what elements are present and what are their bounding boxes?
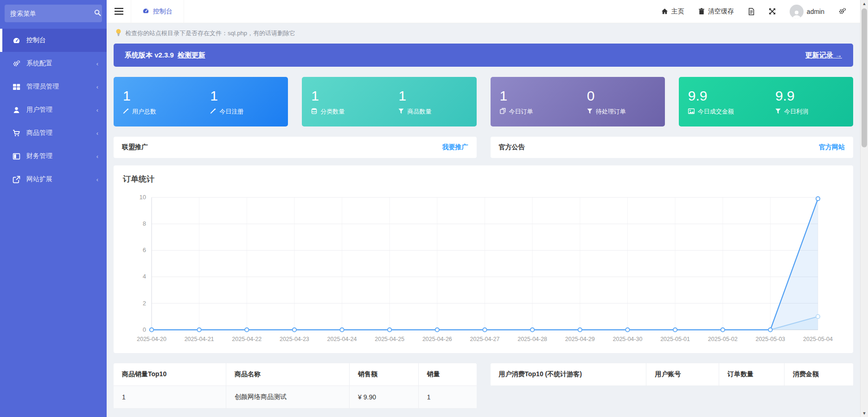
navbar-actions: 主页 清空缓存 — [656, 0, 860, 23]
sidebar-item-label: 用户管理 — [26, 106, 96, 114]
hamburger-menu-icon[interactable] — [107, 0, 131, 23]
sidebar-item-system-config[interactable]: 系统配置 ‹ — [0, 52, 107, 75]
svg-text:2025-05-02: 2025-05-02 — [708, 336, 738, 342]
sidebar-menu: 控制台 系统配置 ‹ 管理员管理 ‹ 用户管理 — [0, 29, 107, 191]
scrollbar-thumb[interactable] — [862, 8, 867, 147]
column-header: 商品名称 — [226, 363, 350, 386]
tab-label: 控制台 — [153, 7, 172, 16]
svg-text:2025-04-26: 2025-04-26 — [422, 336, 452, 342]
stat-label-text: 今日注册 — [219, 107, 243, 116]
stat-value: 9.9 — [688, 88, 766, 103]
main-area: 控制台 主页 清空缓存 — [107, 0, 860, 417]
sidebar-item-dashboard[interactable]: 控制台 — [0, 29, 107, 52]
svg-text:2025-04-29: 2025-04-29 — [565, 336, 595, 342]
stat-label-text: 今日利润 — [784, 107, 808, 116]
vertical-scrollbar[interactable]: ▲ ▼ — [860, 0, 868, 417]
order-stats-card: 订单统计 02468102025-04-202025-04-212025-04-… — [114, 165, 853, 353]
stat-cards-row: 1 用户总数 1 今日注册 1 分类数量 1 商品数量 — [114, 77, 853, 126]
table-row: 1创颜网络商品测试¥ 9.901 — [114, 385, 477, 408]
promote-link[interactable]: 我要推广 — [442, 143, 468, 152]
tables-row: 商品销量Top10 商品名称 销售额 销量 1创颜网络商品测试¥ 9.901 — [114, 363, 853, 409]
panels-row: 联盟推广 我要推广 官方公告 官方网站 — [114, 137, 853, 158]
username-label: admin — [807, 8, 824, 15]
cart-icon — [13, 129, 20, 137]
svg-text:2025-04-25: 2025-04-25 — [375, 336, 404, 342]
notice-bar: 检查你的站点根目录下是否存在文件：sql.php，有的话请删除它 — [114, 23, 853, 44]
chevron-left-icon: ‹ — [96, 107, 98, 114]
svg-text:4: 4 — [143, 273, 146, 280]
dashboard-icon — [142, 7, 149, 16]
official-site-link[interactable]: 官方网站 — [819, 143, 845, 152]
user-menu[interactable]: admin — [784, 0, 830, 23]
chevron-left-icon: ‹ — [96, 83, 98, 90]
sidebar-item-site-extensions[interactable]: 网站扩展 ‹ — [0, 168, 107, 191]
column-header: 消费金额 — [784, 363, 853, 386]
scroll-up-arrow[interactable]: ▲ — [861, 0, 868, 7]
affiliate-panel: 联盟推广 我要推广 — [114, 137, 477, 158]
table-cell: 1 — [114, 385, 226, 408]
svg-text:6: 6 — [143, 246, 146, 253]
sidebar-item-label: 财务管理 — [26, 152, 96, 160]
sidebar-item-label: 控制台 — [26, 36, 98, 44]
column-header: 用户账号 — [646, 363, 719, 386]
stat-label-text: 商品数量 — [407, 107, 431, 116]
svg-text:2025-04-21: 2025-04-21 — [185, 336, 214, 342]
panel-title: 官方公告 — [499, 143, 525, 152]
lightbulb-icon — [115, 29, 121, 38]
top-navbar: 控制台 主页 清空缓存 — [107, 0, 860, 23]
scroll-down-arrow[interactable]: ▼ — [861, 410, 868, 417]
sidebar-item-label: 网站扩展 — [26, 175, 96, 183]
search-icon[interactable] — [94, 9, 101, 18]
fullscreen-button[interactable] — [763, 0, 781, 23]
chevron-left-icon: ‹ — [96, 153, 98, 160]
stat-label-text: 用户总数 — [132, 107, 156, 116]
tab-dashboard[interactable]: 控制台 — [131, 0, 184, 23]
product-sales-table: 商品销量Top10 商品名称 销售额 销量 1创颜网络商品测试¥ 9.901 — [114, 363, 477, 409]
stat-value: 1 — [398, 88, 476, 103]
table-cell: ¥ 9.90 — [350, 385, 419, 408]
sidebar-item-product-management[interactable]: 商品管理 ‹ — [0, 121, 107, 145]
sidebar-item-label: 商品管理 — [26, 129, 96, 137]
sidebar-item-label: 系统配置 — [26, 59, 96, 68]
sidebar-item-label: 管理员管理 — [26, 82, 96, 91]
admin-dashboard: 控制台 系统配置 ‹ 管理员管理 ‹ 用户管理 — [0, 0, 868, 417]
columns-icon — [13, 152, 20, 160]
svg-text:10: 10 — [140, 194, 146, 201]
announcement-panel: 官方公告 官方网站 — [491, 137, 854, 158]
cogs-icon — [13, 60, 20, 68]
sidebar-item-finance-management[interactable]: 财务管理 ‹ — [0, 145, 107, 168]
home-button[interactable]: 主页 — [656, 0, 690, 23]
svg-text:2025-04-28: 2025-04-28 — [517, 336, 547, 342]
stat-label-text: 今日订单 — [509, 107, 533, 116]
svg-text:2025-04-20: 2025-04-20 — [137, 336, 166, 342]
avatar — [790, 5, 804, 19]
stat-card-users: 1 用户总数 1 今日注册 — [114, 77, 288, 126]
page-content: 检查你的站点根目录下是否存在文件：sql.php，有的话请删除它 系统版本 v2… — [107, 23, 860, 417]
product-table-body: 1创颜网络商品测试¥ 9.901 — [114, 385, 477, 408]
fullscreen-icon — [769, 8, 776, 15]
svg-text:2025-05-01: 2025-05-01 — [660, 336, 690, 342]
changelog-link[interactable]: 更新记录 → — [805, 51, 842, 60]
stat-label-text: 今日成交金额 — [698, 107, 734, 116]
log-button[interactable] — [742, 0, 760, 23]
image-icon — [688, 108, 695, 115]
table-header-row: 商品销量Top10 商品名称 销售额 销量 — [114, 363, 477, 386]
svg-text:2: 2 — [143, 300, 146, 307]
stat-card-catalog: 1 分类数量 1 商品数量 — [302, 77, 476, 126]
clear-cache-button[interactable]: 清空缓存 — [693, 0, 740, 23]
menu-search-input[interactable] — [10, 10, 94, 17]
magic-icon — [123, 108, 129, 115]
sidebar-item-admin-management[interactable]: 管理员管理 ‹ — [0, 75, 107, 98]
stat-value: 1 — [123, 88, 201, 103]
chevron-left-icon: ‹ — [96, 176, 98, 183]
filter-icon — [398, 108, 404, 115]
settings-button[interactable] — [833, 0, 852, 23]
sidebar-item-user-management[interactable]: 用户管理 ‹ — [0, 98, 107, 121]
check-update-link[interactable]: 检测更新 — [178, 51, 205, 60]
stat-card-orders: 1 今日订单 0 待处理订单 — [491, 77, 665, 126]
table-cell: 1 — [418, 385, 476, 408]
svg-text:2025-05-04: 2025-05-04 — [803, 336, 833, 342]
notice-text: 检查你的站点根目录下是否存在文件：sql.php，有的话请删除它 — [125, 29, 295, 38]
svg-text:2025-04-23: 2025-04-23 — [280, 336, 309, 342]
table-header-row: 用户消费Top10 (不统计游客) 用户账号 订单数量 消费金额 — [491, 363, 854, 386]
